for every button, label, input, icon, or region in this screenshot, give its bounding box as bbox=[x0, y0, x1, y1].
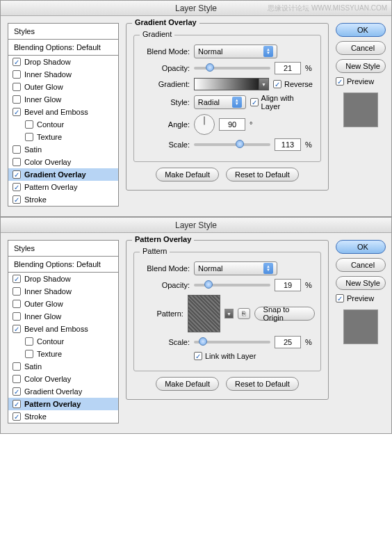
dropdown[interactable]: Normal▲▼ bbox=[194, 45, 277, 58]
style-item[interactable]: Contour bbox=[8, 335, 118, 348]
style-checkbox[interactable] bbox=[13, 195, 21, 204]
ok-button[interactable]: OK bbox=[336, 23, 386, 37]
new-style-button[interactable]: New Style bbox=[336, 59, 386, 73]
style-item[interactable]: Color Overlay bbox=[8, 156, 118, 168]
style-checkbox[interactable] bbox=[13, 312, 21, 321]
number-input[interactable]: 19 bbox=[275, 279, 301, 291]
style-item[interactable]: Pattern Overlay bbox=[8, 181, 118, 193]
style-item[interactable]: Contour bbox=[8, 118, 118, 131]
field-label: Opacity: bbox=[140, 64, 190, 72]
style-checkbox[interactable] bbox=[13, 387, 21, 396]
angle-dial[interactable] bbox=[194, 114, 215, 135]
checkbox-icon[interactable] bbox=[336, 294, 344, 302]
style-checkbox[interactable] bbox=[13, 287, 21, 296]
make-default-button[interactable]: Make Default bbox=[156, 377, 219, 391]
style-checkbox[interactable] bbox=[13, 170, 21, 179]
slider-thumb[interactable] bbox=[204, 280, 213, 289]
preview-checkbox[interactable]: Preview bbox=[336, 77, 386, 86]
slider-thumb[interactable] bbox=[199, 337, 207, 346]
style-checkbox[interactable] bbox=[13, 375, 21, 383]
style-item[interactable]: Bevel and Emboss bbox=[8, 106, 118, 118]
checkbox-option[interactable]: Reverse bbox=[273, 80, 313, 88]
style-item[interactable]: Drop Shadow bbox=[8, 273, 118, 285]
slider[interactable] bbox=[194, 67, 270, 70]
new-preset-button[interactable]: ⎘ bbox=[238, 308, 250, 319]
style-item[interactable]: Gradient Overlay bbox=[8, 385, 118, 398]
style-item[interactable]: Inner Shadow bbox=[8, 285, 118, 298]
style-checkbox[interactable] bbox=[13, 108, 21, 116]
gradient-swatch[interactable]: ▼ bbox=[194, 78, 269, 90]
style-checkbox[interactable] bbox=[13, 58, 21, 66]
checkbox-option[interactable]: Link with Layer bbox=[194, 352, 256, 360]
style-checkbox[interactable] bbox=[13, 145, 21, 154]
field-label: Opacity: bbox=[140, 281, 190, 289]
slider[interactable] bbox=[194, 284, 270, 286]
style-item[interactable]: Satin bbox=[8, 360, 118, 373]
style-checkbox[interactable] bbox=[13, 83, 21, 91]
style-item[interactable]: Outer Glow bbox=[8, 81, 118, 93]
style-item[interactable]: Gradient Overlay bbox=[8, 168, 118, 181]
reset-default-button[interactable]: Reset to Default bbox=[226, 168, 299, 181]
cancel-button[interactable]: Cancel bbox=[336, 41, 386, 55]
unit-label: % bbox=[305, 281, 312, 289]
style-item[interactable]: Inner Glow bbox=[8, 310, 118, 323]
snap-to-origin-button[interactable]: Snap to Origin bbox=[254, 307, 315, 321]
style-checkbox[interactable] bbox=[25, 133, 33, 141]
style-checkbox[interactable] bbox=[25, 120, 33, 129]
number-input[interactable]: 21 bbox=[275, 62, 301, 74]
checkbox-option[interactable]: Align with Layer bbox=[250, 94, 315, 111]
style-item[interactable]: Satin bbox=[8, 143, 118, 156]
blending-options[interactable]: Blending Options: Default bbox=[8, 40, 118, 56]
style-checkbox[interactable] bbox=[13, 362, 21, 371]
style-item[interactable]: Bevel and Emboss bbox=[8, 323, 118, 335]
style-checkbox[interactable] bbox=[13, 70, 21, 79]
slider[interactable] bbox=[194, 143, 270, 146]
form-row: Scale:113% bbox=[140, 138, 315, 151]
chevron-down-icon[interactable]: ▼ bbox=[224, 309, 233, 318]
reset-default-button[interactable]: Reset to Default bbox=[226, 377, 299, 391]
style-item[interactable]: Stroke bbox=[8, 193, 118, 206]
style-item[interactable]: Inner Shadow bbox=[8, 68, 118, 81]
style-item[interactable]: Texture bbox=[8, 348, 118, 360]
style-checkbox[interactable] bbox=[13, 183, 21, 191]
new-style-button[interactable]: New Style bbox=[336, 276, 386, 290]
pattern-swatch[interactable] bbox=[188, 295, 220, 332]
checkbox-icon[interactable] bbox=[194, 352, 202, 360]
checkbox-icon[interactable] bbox=[250, 98, 259, 106]
ok-button[interactable]: OK bbox=[336, 240, 386, 254]
dropdown[interactable]: Normal▲▼ bbox=[194, 261, 277, 275]
style-checkbox[interactable] bbox=[13, 400, 21, 408]
style-checkbox[interactable] bbox=[25, 350, 33, 358]
style-checkbox[interactable] bbox=[13, 158, 21, 166]
style-checkbox[interactable] bbox=[25, 337, 33, 346]
style-item[interactable]: Inner Glow bbox=[8, 93, 118, 106]
dropdown[interactable]: Radial▲▼ bbox=[194, 95, 246, 109]
slider[interactable] bbox=[194, 341, 270, 344]
number-input[interactable]: 90 bbox=[219, 118, 245, 131]
style-checkbox[interactable] bbox=[13, 325, 21, 333]
inner-title: Gradient bbox=[140, 30, 174, 38]
blending-options[interactable]: Blending Options: Default bbox=[8, 257, 118, 273]
slider-thumb[interactable] bbox=[206, 63, 214, 72]
style-checkbox[interactable] bbox=[13, 275, 21, 283]
style-label: Texture bbox=[37, 133, 62, 141]
style-item[interactable]: Drop Shadow bbox=[8, 56, 118, 68]
checkbox-icon[interactable] bbox=[273, 80, 281, 88]
slider-thumb[interactable] bbox=[236, 140, 244, 148]
chevron-down-icon[interactable]: ▼ bbox=[259, 79, 268, 90]
preview-swatch bbox=[343, 92, 378, 127]
checkbox-icon[interactable] bbox=[336, 77, 344, 86]
style-item[interactable]: Outer Glow bbox=[8, 298, 118, 310]
make-default-button[interactable]: Make Default bbox=[156, 168, 219, 181]
style-item[interactable]: Pattern Overlay bbox=[8, 398, 118, 410]
style-item[interactable]: Color Overlay bbox=[8, 373, 118, 385]
number-input[interactable]: 113 bbox=[275, 138, 301, 151]
style-checkbox[interactable] bbox=[13, 95, 21, 104]
style-checkbox[interactable] bbox=[13, 300, 21, 308]
preview-checkbox[interactable]: Preview bbox=[336, 294, 386, 302]
number-input[interactable]: 25 bbox=[275, 336, 301, 348]
style-item[interactable]: Stroke bbox=[8, 410, 118, 423]
cancel-button[interactable]: Cancel bbox=[336, 258, 386, 272]
style-item[interactable]: Texture bbox=[8, 131, 118, 143]
style-checkbox[interactable] bbox=[13, 412, 21, 421]
